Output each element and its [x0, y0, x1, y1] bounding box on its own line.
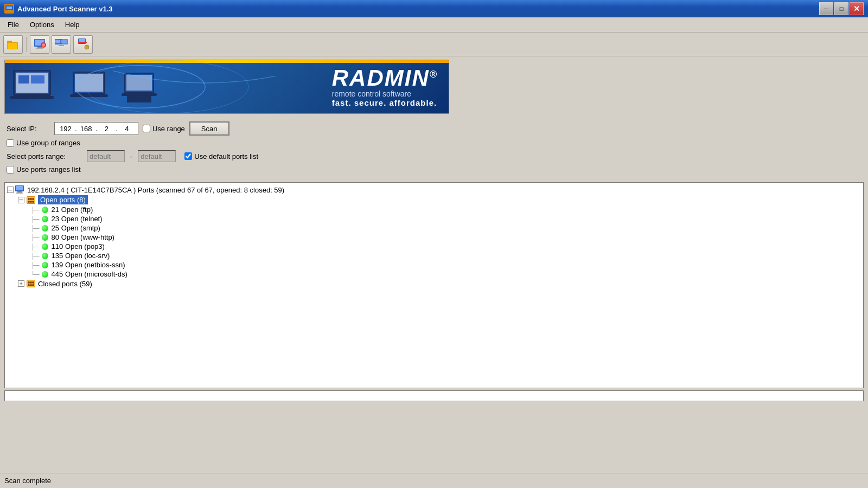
ports-row: Select ports range: - Use default ports … — [7, 150, 861, 162]
title-controls: ─ □ ✕ — [819, 2, 864, 15]
use-ports-ranges-label: Use ports ranges list — [16, 165, 81, 174]
svg-rect-39 — [16, 186, 23, 190]
ports-icon — [26, 196, 36, 204]
tree-connector-4: ├─ — [31, 243, 40, 250]
closed-ports-row[interactable]: + Closed ports (59) — [7, 279, 861, 288]
port-row-5[interactable]: ├─ 135 Open (loc-srv) — [7, 251, 861, 260]
tree-connector-6: ├─ — [31, 262, 40, 268]
open-dot-2 — [42, 225, 48, 232]
closed-ports-expand-btn[interactable]: + — [18, 280, 24, 287]
folder-icon — [7, 39, 19, 50]
use-range-container[interactable]: Use range — [143, 125, 185, 133]
open-ports-expand-btn[interactable]: ─ — [18, 197, 24, 203]
use-ports-ranges-checkbox[interactable] — [7, 166, 14, 174]
toolbar-separator-1 — [26, 37, 27, 52]
port-label-5: 135 Open (loc-srv) — [52, 252, 110, 260]
svg-point-36 — [75, 66, 205, 108]
svg-point-47 — [28, 201, 30, 203]
svg-point-49 — [32, 201, 34, 203]
svg-point-44 — [28, 198, 30, 200]
open-dot-3 — [42, 234, 48, 241]
tree-connector-1: ├─ — [31, 216, 40, 222]
tree-connector-7: └─ — [31, 271, 40, 278]
tree-connector-0: ├─ — [31, 207, 40, 213]
svg-rect-40 — [17, 191, 22, 192]
port-from-input[interactable] — [87, 150, 125, 162]
port-to-input[interactable] — [138, 150, 176, 162]
closed-ports-svg — [26, 279, 36, 288]
use-default-ports-container[interactable]: Use default ports list — [184, 152, 258, 160]
port-row-3[interactable]: ├─ 80 Open (www-http) — [7, 233, 861, 242]
menu-options[interactable]: Options — [24, 18, 60, 31]
port-label-7: 445 Open (microsoft-ds) — [52, 270, 127, 278]
use-group-ranges-checkbox[interactable] — [7, 139, 14, 147]
open-dot-6 — [42, 262, 48, 268]
banner-brand: RADMIN® — [332, 67, 438, 89]
ip-octet-1[interactable] — [57, 125, 74, 133]
ip-octet-4[interactable] — [118, 125, 136, 133]
port-row-7[interactable]: └─ 445 Open (microsoft-ds) — [7, 269, 861, 279]
open-dot-5 — [42, 253, 48, 259]
ip-octet-2[interactable] — [78, 125, 95, 133]
menu-bar: File Options Help — [0, 17, 868, 33]
maximize-button[interactable]: □ — [834, 2, 848, 15]
svg-rect-9 — [37, 47, 42, 48]
results-tree: ─ 192.168.2.4 ( CIT-1E14C7B75CA ) Ports … — [7, 185, 861, 288]
open-ports-label: Open ports (8) — [38, 195, 88, 204]
svg-point-48 — [30, 201, 32, 203]
scan-button-1[interactable] — [30, 35, 49, 54]
banner-text-area: RADMIN® remote control software fast. se… — [332, 67, 438, 107]
use-group-ranges-label: Use group of ranges — [16, 139, 80, 147]
open-dot-1 — [42, 216, 48, 222]
port-row-6[interactable]: ├─ 139 Open (netbios-ssn) — [7, 260, 861, 269]
port-row-2[interactable]: ├─ 25 Open (smtp) — [7, 223, 861, 233]
title-bar: Advanced Port Scanner v1.3 ─ □ ✕ — [0, 0, 868, 17]
use-ports-ranges-container[interactable]: Use ports ranges list — [7, 165, 81, 174]
port-row-1[interactable]: ├─ 23 Open (telnet) — [7, 214, 861, 223]
closed-ports-icon — [26, 279, 36, 288]
tree-connector-2: ├─ — [31, 225, 40, 232]
open-button[interactable] — [3, 35, 23, 54]
svg-rect-2 — [7, 7, 12, 9]
close-button[interactable]: ✕ — [850, 2, 864, 15]
use-group-ranges-container[interactable]: Use group of ranges — [7, 139, 80, 147]
svg-rect-6 — [8, 43, 17, 49]
ip-input-container: . . . — [54, 122, 138, 135]
ip-octet-3[interactable] — [98, 125, 115, 133]
results-area[interactable]: ─ 192.168.2.4 ( CIT-1E14C7B75CA ) Ports … — [4, 182, 864, 388]
host-row[interactable]: ─ 192.168.2.4 ( CIT-1E14C7B75CA ) Ports … — [7, 185, 861, 195]
menu-help[interactable]: Help — [60, 18, 85, 31]
svg-point-57 — [32, 284, 34, 286]
radmin-banner[interactable]: RADMIN® remote control software fast. se… — [4, 60, 449, 114]
ports-dash: - — [129, 152, 133, 160]
port-label-1: 23 Open (telnet) — [52, 215, 103, 223]
minimize-button[interactable]: ─ — [819, 2, 833, 15]
use-range-checkbox[interactable] — [143, 125, 150, 132]
menu-file[interactable]: File — [2, 18, 24, 31]
scan-button[interactable]: Scan — [189, 121, 229, 136]
host-expand-btn[interactable]: ─ — [7, 187, 14, 193]
status-bar: Scan complete — [0, 473, 868, 488]
ports-range-label: Select ports range: — [7, 152, 82, 160]
use-default-ports-checkbox[interactable] — [184, 152, 192, 160]
ip-row: Select IP: . . . Use range Scan — [7, 121, 861, 136]
ports-svg — [26, 196, 36, 204]
host-info: 192.168.2.4 ( CIT-1E14C7B75CA ) Ports (s… — [27, 186, 284, 194]
svg-rect-41 — [16, 192, 23, 194]
settings-button[interactable] — [73, 35, 93, 54]
scan-button-2[interactable] — [52, 35, 71, 54]
port-label-4: 110 Open (pop3) — [52, 242, 105, 251]
open-ports-row[interactable]: ─ Open ports (8) — [7, 195, 861, 205]
svg-rect-5 — [7, 41, 12, 43]
use-range-label: Use range — [152, 125, 185, 133]
svg-point-54 — [32, 281, 34, 284]
tree-connector-3: ├─ — [31, 234, 40, 241]
app-icon — [4, 4, 14, 14]
port-row-4[interactable]: ├─ 110 Open (pop3) — [7, 242, 861, 251]
svg-point-53 — [30, 281, 32, 284]
controls-area: Select IP: . . . Use range Scan Use grou… — [0, 117, 868, 180]
computer-svg — [15, 185, 25, 194]
port-row-0[interactable]: ├─ 21 Open (ftp) — [7, 205, 861, 214]
window-title: Advanced Port Scanner v1.3 — [17, 5, 113, 13]
open-dot-0 — [42, 207, 48, 213]
